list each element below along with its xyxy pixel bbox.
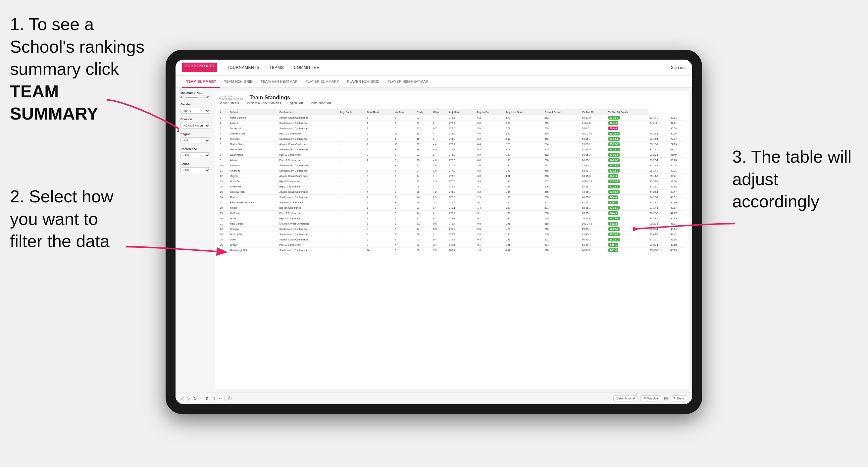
table-cell: 48.13 [669,248,685,253]
subnav-player-h2h-heatmap[interactable]: PLAYER H2H HEATMAP [383,76,432,88]
toolbar-clock-icon[interactable]: ⏱ [227,396,232,401]
table-cell: 7 [394,243,415,248]
table-cell: 26 [415,189,432,195]
sub-nav: TEAM SUMMARY TEAM H2H GRID TEAM H2H HEAT… [176,75,692,88]
table-cell: 13 [219,179,228,184]
table-row[interactable]: 12VirginiaAtlantic Coast Conference-3824… [219,174,685,179]
table-cell: 23-23-1 [607,189,648,195]
toolbar-refresh-icon[interactable]: ↻ [193,396,197,401]
table-cell: 9 [394,221,415,226]
update-date: 27/03/2024 16:56:26 [219,98,243,101]
filter-region-select[interactable]: N/A All [181,137,210,144]
table-row[interactable]: 26Mississippi StateSoutheastern Conferen… [219,248,685,253]
table-row[interactable]: 22GeorgiaSoutheastern Conference-87215.8… [219,226,685,232]
table-row[interactable]: 13Texas TechBig 12 Conference-19273.5276… [219,179,685,184]
table-row[interactable]: 3VanderbiltSoutheastern Conference-25271… [219,126,685,131]
table-cell: Mountain West Conference [278,221,338,226]
filter-conference-select[interactable]: (All) [181,152,210,158]
score-badge: 13-24-1 [608,164,620,167]
nav-tournaments[interactable]: TOURNAMENTS [227,65,259,70]
subnav-player-summary[interactable]: PLAYER SUMMARY [301,76,343,88]
table-row[interactable]: 16FloridaSoutheastern Conference-79242.9… [219,195,685,200]
sign-out-button[interactable]: Sign out [671,65,685,70]
table-cell: 16 [219,195,228,200]
filter-slider[interactable] [185,97,205,98]
table-cell: 7 [219,147,228,152]
table-row[interactable]: 24DukeAtlantic Coast Conference-59270.42… [219,237,685,243]
filter-division-label: Division [181,118,210,121]
table-row[interactable]: 17East Tennessee StateSouthern Conferenc… [219,200,685,205]
score-badge: 4-21-0 [608,248,618,252]
table-cell: 9-19-1 [607,243,648,248]
table-row[interactable]: 15Georgia TechAtlantic Coast Conference-… [219,189,685,195]
table-cell: 80.58 [669,126,685,131]
table-cell: 117-4-0 [581,121,607,126]
table-cell: 46.16 [669,200,685,205]
table-cell: - [338,221,366,226]
table-row[interactable]: 5Ole MissSoutheastern Conference-3618127… [219,136,685,142]
table-row[interactable]: 6Florida StateAtlantic Coast Conference-… [219,142,685,147]
table-gender-val: Men's [231,101,239,105]
table-row[interactable]: 25OregonPac-12 Conference-97213.1279.5-3… [219,243,685,248]
subnav-team-summary[interactable]: TEAM SUMMARY [182,76,220,88]
table-row[interactable]: 8WashingtonPac-12 Conference-28231276.3-… [219,152,685,158]
table-cell: 31-29-1 [648,163,669,168]
nav-teams[interactable]: TEAMS [269,65,284,70]
table-cell: 48.18 [669,243,685,248]
col-adj-score: Adj. Score [448,109,475,115]
table-row[interactable]: 19CaliforniaPac-12 Conference-48242278.2… [219,211,685,216]
table-cell: North Carolina [228,115,278,121]
subnav-team-h2h-heatmap[interactable]: TEAM H2H HEATMAP [257,76,301,88]
watch-button[interactable]: 👁 Watch ▾ [641,396,661,401]
score-badge: 23-23-1 [608,190,620,194]
share-button[interactable]: ⤴ Share [671,396,687,401]
toolbar-back-icon[interactable]: ◁ [181,396,184,401]
table-cell: -3.6 [475,163,504,168]
toolbar-share-icon[interactable]: ⬆ [205,396,209,401]
view-original-button[interactable]: View: Original [613,396,638,401]
toolbar-forward-icon[interactable]: ▷ [187,396,190,401]
table-cell: 13-24-1 [607,163,648,168]
score-badge: 17-9-0 [608,174,618,178]
table-region-label: Region: [287,101,298,105]
table-row[interactable]: 1North CarolinaAtlantic Coast Conference… [219,115,685,121]
filter-gender-select[interactable]: Men's Women's [181,107,210,114]
table-cell: - [338,237,366,243]
filter-region: Region N/A All [181,132,210,144]
table-row[interactable]: 7TennesseeSoutheastern Conference-48189.… [219,147,685,152]
subnav-player-h2h-grid[interactable]: PLAYER H2H GRID [343,76,383,88]
table-cell: 60.71 [669,174,685,179]
table-row[interactable]: 2AuburnSoutheastern Conference-19276273.… [219,121,685,126]
table-cell: 279.5 [448,243,475,248]
table-cell: 8 [366,226,394,232]
table-cell: 24 [415,184,432,189]
table-row[interactable]: 23Texas A&MSoutheastern Conference-91030… [219,232,685,237]
table-cell: 276.3 [448,152,475,158]
table-cell: 278.7 [448,216,475,221]
share-icon: ⤴ [674,397,675,400]
table-scroll-container[interactable]: # School Conference Avg. Rank Conf Rank … [219,109,685,385]
table-row[interactable]: 9ArizonaPac-12 Conference-28234.6276.3-4… [219,158,685,163]
table-cell: East Tennessee State [228,200,278,205]
table-row[interactable]: 14OklahomaBig 12 Conference-29242276.5-5… [219,184,685,189]
toolbar-home-icon[interactable]: ⌂ [200,396,203,401]
table-row[interactable]: 4Arizona StatePac-12 Conference-12635427… [219,131,685,136]
table-row[interactable]: 20TexasBig 12 Conference-3770.7278.7-0.7… [219,216,685,221]
table-division-val: NCAA Division I [258,101,281,105]
filter-division-select[interactable]: NCAA Division I NCAA Division II NCAA Di… [181,123,210,128]
nav-committee[interactable]: COMMITTEE [294,65,319,70]
subnav-team-h2h-grid[interactable]: TEAM H2H GRID [220,76,257,88]
toolbar-more-icon[interactable]: ⋯ [217,396,222,401]
col-overall: Overall Record [543,109,581,115]
table-row[interactable]: 18IllinoisBig Ten Conference-19231.4279.… [219,205,685,211]
table-row[interactable]: 21New MexicoMountain West Conference-195… [219,221,685,226]
table-cell: -5.1 [475,211,504,216]
filter-school-select[interactable]: (All) [181,167,210,173]
toolbar-bookmark-icon[interactable]: □ [212,396,214,401]
table-cell: 50.47 [669,189,685,195]
table-row[interactable]: 10AlabamaSoutheastern Conference-58233.6… [219,163,685,168]
table-cell: 2.52 [504,131,543,136]
toolbar-grid-icon[interactable]: ⊞ [664,396,668,401]
table-row[interactable]: 11ArkansasSoutheastern Conference-68243.… [219,168,685,174]
standings-table: # School Conference Avg. Rank Conf Rank … [219,109,685,253]
